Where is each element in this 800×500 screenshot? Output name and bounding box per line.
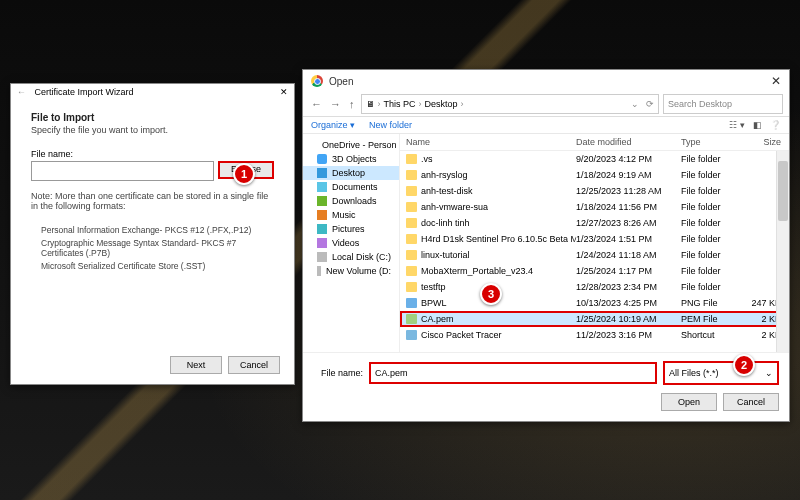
col-name-header[interactable]: Name <box>400 137 576 147</box>
close-icon[interactable]: ✕ <box>771 74 781 88</box>
file-type: File folder <box>681 154 741 164</box>
note-intro: Note: More than one certificate can be s… <box>31 191 274 211</box>
file-open-dialog: Open ✕ ← → ↑ 🖥 › This PC › Desktop › ⌄ ⟳… <box>302 69 790 422</box>
file-row[interactable]: CA.pem1/25/2024 10:19 AMPEM File2 KB <box>400 311 789 327</box>
chrome-icon <box>311 75 323 87</box>
dl-icon <box>317 196 327 206</box>
sidebar-item-pictures[interactable]: Pictures <box>303 222 399 236</box>
sidebar-item-downloads[interactable]: Downloads <box>303 194 399 208</box>
scrollbar[interactable] <box>776 151 789 352</box>
breadcrumb[interactable]: 🖥 › This PC › Desktop › ⌄ ⟳ <box>361 94 660 114</box>
file-list: .vs9/20/2023 4:12 PMFile folderanh-rsysl… <box>400 151 789 352</box>
file-name: anh-vmware-sua <box>421 202 488 212</box>
file-row[interactable]: testftp12/28/2023 2:34 PMFile folder <box>400 279 789 295</box>
file-row[interactable]: H4rd D1sk Sentinel Pro 6.10.5c Beta Mult… <box>400 231 789 247</box>
nav-back-icon[interactable]: ← <box>309 98 324 110</box>
breadcrumb-folder[interactable]: Desktop <box>425 99 458 109</box>
scrollbar-thumb[interactable] <box>778 161 788 221</box>
disk-icon <box>317 252 327 262</box>
col-date-header[interactable]: Date modified <box>576 137 681 147</box>
nav-forward-icon[interactable]: → <box>328 98 343 110</box>
list-header: Name Date modified Type Size <box>400 134 789 151</box>
organize-menu[interactable]: Organize ▾ <box>311 120 355 130</box>
docs-icon <box>317 182 327 192</box>
sidebar-item-documents[interactable]: Documents <box>303 180 399 194</box>
file-row[interactable]: anh-test-disk12/25/2023 11:28 AMFile fol… <box>400 183 789 199</box>
shortcut-icon <box>406 330 417 340</box>
file-name: CA.pem <box>421 314 454 324</box>
filename-label: File name: <box>313 368 363 378</box>
help-icon[interactable]: ❔ <box>770 120 781 130</box>
file-row[interactable]: .vs9/20/2023 4:12 PMFile folder <box>400 151 789 167</box>
file-type: File folder <box>681 250 741 260</box>
view-options-icon[interactable]: ☷ ▾ <box>729 120 745 130</box>
folder-icon <box>406 202 417 212</box>
file-row[interactable]: Cisco Packet Tracer11/2/2023 3:16 PMShor… <box>400 327 789 343</box>
sidebar-item-label: Pictures <box>332 224 365 234</box>
pics-icon <box>317 224 327 234</box>
filename-input[interactable] <box>369 362 657 384</box>
callout-2: 2 <box>733 354 755 376</box>
file-name: anh-rsyslog <box>421 170 468 180</box>
png-icon <box>406 298 417 308</box>
back-arrow-icon[interactable]: ← <box>17 87 26 97</box>
wizard-filename-input[interactable] <box>31 161 214 181</box>
file-type: File folder <box>681 282 741 292</box>
file-name: testftp <box>421 282 446 292</box>
file-row[interactable]: MobaXterm_Portable_v23.41/25/2024 1:17 P… <box>400 263 789 279</box>
sidebar-item-local-disk-c-[interactable]: Local Disk (C:) <box>303 250 399 264</box>
folder-icon <box>406 154 417 164</box>
sidebar-item-onedrive-person[interactable]: OneDrive - Person <box>303 138 399 152</box>
dialog-title: Open <box>329 76 353 87</box>
file-name: BPWL <box>421 298 447 308</box>
file-date: 11/2/2023 3:16 PM <box>576 330 681 340</box>
disk-icon <box>317 266 321 276</box>
folder-icon <box>406 282 417 292</box>
chevron-down-icon[interactable]: ⌄ <box>631 99 639 109</box>
wizard-cancel-button[interactable]: Cancel <box>228 356 280 374</box>
nav-up-icon[interactable]: ↑ <box>347 98 357 110</box>
next-button[interactable]: Next <box>170 356 222 374</box>
close-icon[interactable]: ✕ <box>280 87 288 97</box>
open-button[interactable]: Open <box>661 393 717 411</box>
file-name: .vs <box>421 154 433 164</box>
file-row[interactable]: BPWL10/13/2023 4:25 PMPNG File247 KB <box>400 295 789 311</box>
sidebar-item-3d-objects[interactable]: 3D Objects <box>303 152 399 166</box>
file-date: 1/25/2024 10:19 AM <box>576 314 681 324</box>
3d-icon <box>317 154 327 164</box>
col-type-header[interactable]: Type <box>681 137 741 147</box>
file-row[interactable]: anh-rsyslog1/18/2024 9:19 AMFile folder <box>400 167 789 183</box>
breadcrumb-root[interactable]: This PC <box>384 99 416 109</box>
dialog-cancel-button[interactable]: Cancel <box>723 393 779 411</box>
file-type: File folder <box>681 170 741 180</box>
file-date: 1/24/2024 11:18 AM <box>576 250 681 260</box>
sidebar-item-new-volume-d-[interactable]: New Volume (D: <box>303 264 399 278</box>
file-type: File folder <box>681 234 741 244</box>
preview-pane-icon[interactable]: ◧ <box>753 120 762 130</box>
file-date: 1/23/2024 1:51 PM <box>576 234 681 244</box>
file-row[interactable]: anh-vmware-sua1/18/2024 11:56 PMFile fol… <box>400 199 789 215</box>
dialog-titlebar: Open ✕ <box>303 70 789 92</box>
file-date: 1/18/2024 11:56 PM <box>576 202 681 212</box>
sidebar-item-label: Documents <box>332 182 378 192</box>
refresh-icon[interactable]: ⟳ <box>646 99 654 109</box>
folder-icon <box>406 234 417 244</box>
sidebar-item-desktop[interactable]: Desktop <box>303 166 399 180</box>
sidebar-item-music[interactable]: Music <box>303 208 399 222</box>
folder-icon <box>406 218 417 228</box>
file-date: 1/18/2024 9:19 AM <box>576 170 681 180</box>
pc-icon: 🖥 <box>366 99 375 109</box>
file-name: doc-linh tinh <box>421 218 470 228</box>
sidebar-item-label: Music <box>332 210 356 220</box>
sidebar: OneDrive - Person3D ObjectsDesktopDocume… <box>303 134 400 352</box>
file-type: PEM File <box>681 314 741 324</box>
file-date: 12/27/2023 8:26 AM <box>576 218 681 228</box>
search-input[interactable]: Search Desktop <box>663 94 783 114</box>
new-folder-button[interactable]: New folder <box>369 120 412 130</box>
file-row[interactable]: doc-linh tinh12/27/2023 8:26 AMFile fold… <box>400 215 789 231</box>
file-type-filter[interactable]: All Files (*.*) ⌄ <box>663 361 779 385</box>
chevron-down-icon: ⌄ <box>765 368 773 378</box>
col-size-header[interactable]: Size <box>741 137 789 147</box>
sidebar-item-videos[interactable]: Videos <box>303 236 399 250</box>
file-row[interactable]: linux-tutorial1/24/2024 11:18 AMFile fol… <box>400 247 789 263</box>
